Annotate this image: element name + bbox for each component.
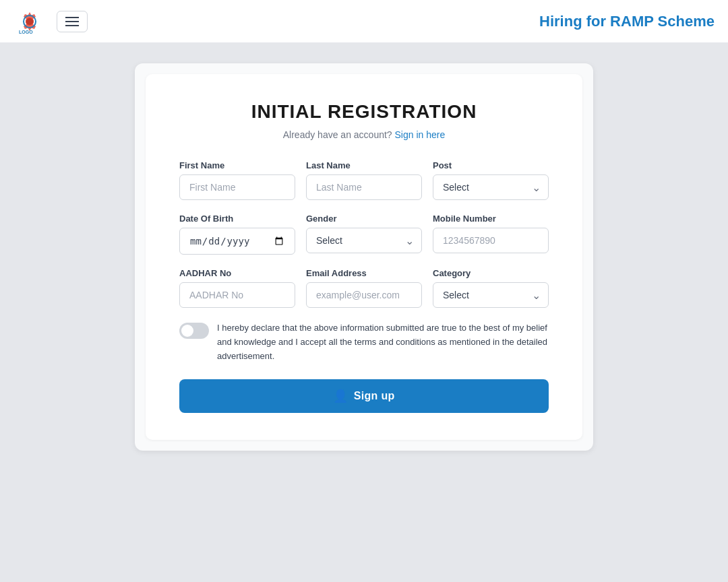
gender-label: Gender [306,214,422,224]
last-name-group: Last Name [306,160,422,200]
declaration-row: I hereby declare that the above informat… [179,321,549,363]
svg-text:LOGO: LOGO [19,30,33,34]
email-group: Email Address [306,268,422,308]
registration-form-card: INITIAL REGISTRATION Already have an acc… [146,74,582,440]
mobile-label: Mobile Number [433,214,549,224]
navbar: LOGO Hiring for RAMP Scheme [0,0,728,43]
aadhar-label: AADHAR No [179,268,295,278]
signup-button[interactable]: 👤 Sign up [179,379,549,413]
hamburger-button[interactable] [57,11,88,32]
aadhar-input[interactable] [179,282,295,308]
category-label: Category [433,268,549,278]
dob-input[interactable] [179,228,295,255]
aadhar-group: AADHAR No [179,268,295,308]
signup-label: Sign up [354,390,395,402]
form-grid: First Name Last Name Post Select Junior [179,160,549,308]
logo: LOGO [13,5,46,38]
mobile-group: Mobile Number [433,214,549,255]
post-select[interactable]: Select Junior Senior Manager [433,174,549,200]
toggle-slider [179,323,209,339]
first-name-group: First Name [179,160,295,200]
gender-select[interactable]: Select Male Female Other [306,228,422,253]
declaration-text: I hereby declare that the above informat… [217,321,549,363]
dob-group: Date Of Birth [179,214,295,255]
main-content: INITIAL REGISTRATION Already have an acc… [0,43,728,582]
post-group: Post Select Junior Senior Manager ⌄ [433,160,549,200]
navbar-title: Hiring for RAMP Scheme [539,13,715,30]
user-icon: 👤 [333,389,348,403]
logo-icon: LOGO [13,5,46,38]
mobile-input[interactable] [433,228,549,253]
outer-card: INITIAL REGISTRATION Already have an acc… [135,63,593,451]
gender-select-wrapper: Select Male Female Other ⌄ [306,228,422,253]
first-name-input[interactable] [179,174,295,200]
first-name-label: First Name [179,160,295,170]
dob-label: Date Of Birth [179,214,295,224]
navbar-left: LOGO [13,5,88,38]
form-title: INITIAL REGISTRATION [179,101,549,123]
email-label: Email Address [306,268,422,278]
gender-group: Gender Select Male Female Other ⌄ [306,214,422,255]
post-label: Post [433,160,549,170]
category-select[interactable]: Select General OBC SC ST [433,282,549,308]
post-select-wrapper: Select Junior Senior Manager ⌄ [433,174,549,200]
last-name-label: Last Name [306,160,422,170]
signin-prompt: Already have an account? Sign in here [179,129,549,140]
declaration-toggle[interactable] [179,323,209,339]
email-input[interactable] [306,282,422,308]
last-name-input[interactable] [306,174,422,200]
signin-link[interactable]: Sign in here [395,129,446,140]
category-group: Category Select General OBC SC ST ⌄ [433,268,549,308]
category-select-wrapper: Select General OBC SC ST ⌄ [433,282,549,308]
svg-point-1 [26,18,33,25]
